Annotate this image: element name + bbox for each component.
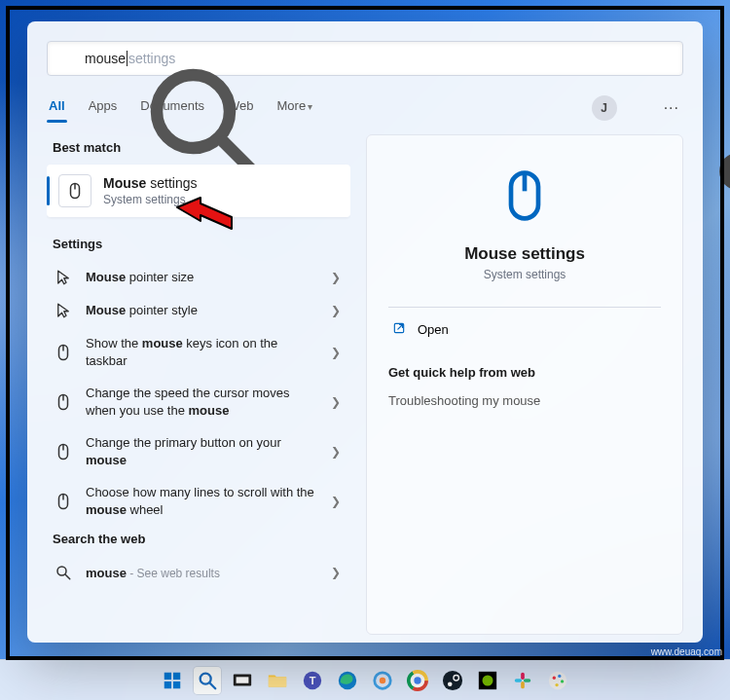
edge-icon[interactable] [334, 667, 361, 694]
taskbar [0, 659, 730, 700]
open-icon [392, 321, 406, 338]
results-column: Best match Mouse settings System setting… [47, 134, 350, 635]
search-icon [53, 564, 74, 581]
mouse-icon-large [497, 168, 552, 223]
preview-title: Mouse settings [464, 244, 585, 264]
settings-item-1[interactable]: Mouse pointer style❯ [47, 294, 350, 327]
watermark: www.deuaq.com [651, 646, 722, 657]
tab-apps[interactable]: Apps [87, 94, 120, 123]
section-settings: Settings [53, 237, 350, 251]
mouse-icon [53, 493, 74, 510]
best-match-subtitle: System settings [103, 193, 197, 206]
best-match-result[interactable]: Mouse settings System settings [47, 165, 350, 217]
settings-item-label: Change the speed the cursor moves when y… [86, 385, 319, 419]
chevron-right-icon: ❯ [331, 445, 341, 459]
search-typed-text: mouse [85, 51, 126, 66]
section-best-match: Best match [53, 140, 350, 155]
tabs-row: All Apps Documents Web More▾ J ··· [47, 92, 683, 125]
tab-all[interactable]: All [47, 94, 67, 123]
app-icon-1[interactable] [369, 667, 396, 694]
help-link-troubleshoot[interactable]: Troubleshooting my mouse [388, 393, 540, 408]
chevron-right-icon: ❯ [331, 566, 341, 579]
open-action[interactable]: Open [388, 308, 661, 351]
tab-documents[interactable]: Documents [138, 94, 206, 123]
pointer-icon [53, 269, 74, 286]
user-avatar[interactable]: J [592, 95, 617, 121]
settings-item-label: Mouse pointer style [86, 302, 319, 319]
preview-subtitle: System settings [484, 268, 566, 281]
file-explorer-icon[interactable] [264, 667, 291, 694]
mouse-icon [53, 443, 74, 461]
slack-icon[interactable] [509, 667, 536, 694]
start-menu: mouse settings All Apps Documents Web Mo… [27, 21, 703, 643]
chevron-right-icon: ❯ [331, 395, 341, 409]
chevron-right-icon: ❯ [331, 346, 341, 359]
settings-item-0[interactable]: Mouse pointer size❯ [47, 261, 350, 294]
pointer-icon [53, 302, 74, 319]
search-input[interactable]: mouse settings [47, 41, 683, 76]
settings-item-4[interactable]: Change the primary button on your mouse❯ [47, 426, 350, 476]
mouse-icon [58, 174, 91, 207]
teams-icon[interactable] [299, 667, 326, 694]
mouse-icon [53, 344, 74, 361]
paint-icon[interactable] [544, 667, 571, 694]
chevron-down-icon: ▾ [308, 101, 312, 112]
search-icon [59, 51, 75, 66]
web-result[interactable]: mouse - See web results ❯ [47, 556, 350, 589]
settings-item-5[interactable]: Choose how many lines to scroll with the… [47, 476, 350, 526]
share-icon[interactable] [629, 98, 648, 118]
preview-pane: Mouse settings System settings Open Get … [366, 134, 683, 635]
settings-item-label: Mouse pointer size [86, 269, 319, 286]
steam-icon[interactable] [439, 667, 466, 694]
chevron-right-icon: ❯ [331, 271, 341, 284]
section-search-web: Search the web [53, 532, 350, 546]
mouse-icon [53, 393, 74, 411]
search-hint-suffix: settings [128, 51, 175, 66]
start-button[interactable] [159, 667, 186, 694]
chevron-right-icon: ❯ [331, 304, 341, 317]
open-label: Open [418, 322, 449, 337]
chevron-right-icon: ❯ [331, 495, 341, 508]
tab-more[interactable]: More▾ [275, 94, 315, 123]
settings-item-3[interactable]: Change the speed the cursor moves when y… [47, 377, 350, 426]
best-match-title: Mouse settings [103, 175, 197, 191]
text-caret [127, 51, 128, 66]
chrome-icon[interactable] [404, 667, 431, 694]
taskbar-search[interactable] [194, 667, 221, 694]
settings-item-label: Show the mouse keys icon on the taskbar [86, 335, 319, 369]
quick-help-header: Get quick help from web [388, 365, 535, 380]
nvidia-icon[interactable] [474, 667, 501, 694]
more-options-button[interactable]: ··· [660, 99, 683, 117]
settings-item-label: Choose how many lines to scroll with the… [86, 484, 319, 518]
tab-web[interactable]: Web [226, 94, 256, 123]
task-view-button[interactable] [229, 667, 256, 694]
settings-item-label: Change the primary button on your mouse [86, 434, 319, 468]
settings-item-2[interactable]: Show the mouse keys icon on the taskbar❯ [47, 327, 350, 377]
web-result-label: mouse - See web results [86, 565, 319, 582]
